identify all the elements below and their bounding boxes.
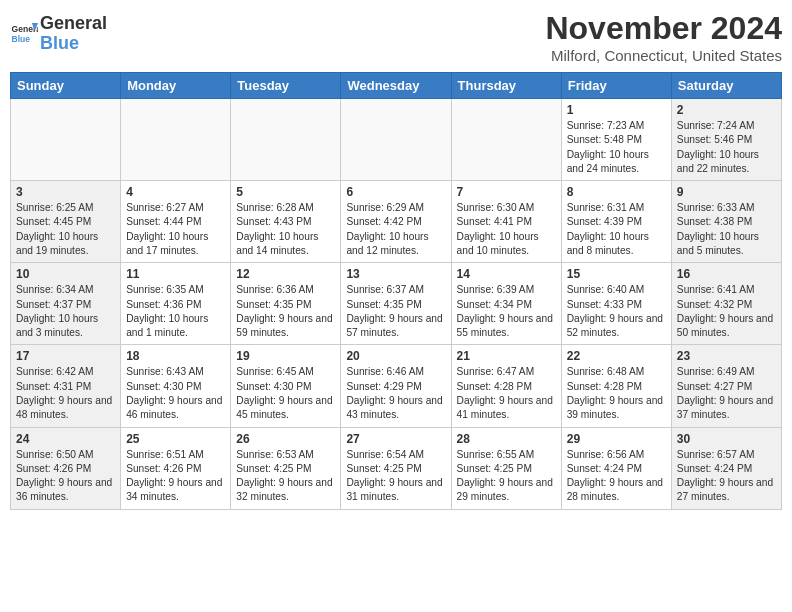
day-number: 22: [567, 349, 666, 363]
day-number: 1: [567, 103, 666, 117]
calendar-cell: 24Sunrise: 6:50 AM Sunset: 4:26 PM Dayli…: [11, 427, 121, 509]
svg-text:Blue: Blue: [12, 34, 31, 44]
logo: General Blue General Blue: [10, 14, 107, 54]
day-info: Sunrise: 6:27 AM Sunset: 4:44 PM Dayligh…: [126, 201, 225, 258]
day-info: Sunrise: 6:55 AM Sunset: 4:25 PM Dayligh…: [457, 448, 556, 505]
day-info: Sunrise: 6:25 AM Sunset: 4:45 PM Dayligh…: [16, 201, 115, 258]
day-number: 26: [236, 432, 335, 446]
day-number: 25: [126, 432, 225, 446]
month-title: November 2024: [545, 10, 782, 47]
day-info: Sunrise: 6:30 AM Sunset: 4:41 PM Dayligh…: [457, 201, 556, 258]
day-number: 28: [457, 432, 556, 446]
day-number: 9: [677, 185, 776, 199]
day-info: Sunrise: 6:57 AM Sunset: 4:24 PM Dayligh…: [677, 448, 776, 505]
calendar-cell: 21Sunrise: 6:47 AM Sunset: 4:28 PM Dayli…: [451, 345, 561, 427]
calendar-cell: 9Sunrise: 6:33 AM Sunset: 4:38 PM Daylig…: [671, 181, 781, 263]
calendar-week-4: 17Sunrise: 6:42 AM Sunset: 4:31 PM Dayli…: [11, 345, 782, 427]
day-info: Sunrise: 6:50 AM Sunset: 4:26 PM Dayligh…: [16, 448, 115, 505]
day-number: 2: [677, 103, 776, 117]
day-number: 16: [677, 267, 776, 281]
calendar-cell: 19Sunrise: 6:45 AM Sunset: 4:30 PM Dayli…: [231, 345, 341, 427]
calendar-cell: [341, 99, 451, 181]
calendar-week-3: 10Sunrise: 6:34 AM Sunset: 4:37 PM Dayli…: [11, 263, 782, 345]
calendar-cell: 29Sunrise: 6:56 AM Sunset: 4:24 PM Dayli…: [561, 427, 671, 509]
calendar-cell: 15Sunrise: 6:40 AM Sunset: 4:33 PM Dayli…: [561, 263, 671, 345]
day-info: Sunrise: 6:34 AM Sunset: 4:37 PM Dayligh…: [16, 283, 115, 340]
calendar-cell: 2Sunrise: 7:24 AM Sunset: 5:46 PM Daylig…: [671, 99, 781, 181]
day-number: 12: [236, 267, 335, 281]
day-number: 4: [126, 185, 225, 199]
day-info: Sunrise: 6:29 AM Sunset: 4:42 PM Dayligh…: [346, 201, 445, 258]
day-number: 17: [16, 349, 115, 363]
calendar-week-5: 24Sunrise: 6:50 AM Sunset: 4:26 PM Dayli…: [11, 427, 782, 509]
calendar-cell: 11Sunrise: 6:35 AM Sunset: 4:36 PM Dayli…: [121, 263, 231, 345]
day-number: 5: [236, 185, 335, 199]
day-info: Sunrise: 6:33 AM Sunset: 4:38 PM Dayligh…: [677, 201, 776, 258]
day-info: Sunrise: 6:41 AM Sunset: 4:32 PM Dayligh…: [677, 283, 776, 340]
calendar-cell: 4Sunrise: 6:27 AM Sunset: 4:44 PM Daylig…: [121, 181, 231, 263]
calendar-cell: 20Sunrise: 6:46 AM Sunset: 4:29 PM Dayli…: [341, 345, 451, 427]
day-info: Sunrise: 6:43 AM Sunset: 4:30 PM Dayligh…: [126, 365, 225, 422]
day-number: 7: [457, 185, 556, 199]
day-info: Sunrise: 7:23 AM Sunset: 5:48 PM Dayligh…: [567, 119, 666, 176]
day-info: Sunrise: 6:35 AM Sunset: 4:36 PM Dayligh…: [126, 283, 225, 340]
day-info: Sunrise: 6:51 AM Sunset: 4:26 PM Dayligh…: [126, 448, 225, 505]
calendar-cell: 14Sunrise: 6:39 AM Sunset: 4:34 PM Dayli…: [451, 263, 561, 345]
day-number: 21: [457, 349, 556, 363]
calendar-cell: 13Sunrise: 6:37 AM Sunset: 4:35 PM Dayli…: [341, 263, 451, 345]
day-number: 27: [346, 432, 445, 446]
day-number: 6: [346, 185, 445, 199]
day-info: Sunrise: 6:39 AM Sunset: 4:34 PM Dayligh…: [457, 283, 556, 340]
calendar-week-1: 1Sunrise: 7:23 AM Sunset: 5:48 PM Daylig…: [11, 99, 782, 181]
day-info: Sunrise: 6:54 AM Sunset: 4:25 PM Dayligh…: [346, 448, 445, 505]
day-number: 23: [677, 349, 776, 363]
day-info: Sunrise: 6:46 AM Sunset: 4:29 PM Dayligh…: [346, 365, 445, 422]
weekday-header-thursday: Thursday: [451, 73, 561, 99]
calendar-cell: 16Sunrise: 6:41 AM Sunset: 4:32 PM Dayli…: [671, 263, 781, 345]
day-number: 24: [16, 432, 115, 446]
calendar-cell: 17Sunrise: 6:42 AM Sunset: 4:31 PM Dayli…: [11, 345, 121, 427]
day-info: Sunrise: 6:48 AM Sunset: 4:28 PM Dayligh…: [567, 365, 666, 422]
calendar-cell: 30Sunrise: 6:57 AM Sunset: 4:24 PM Dayli…: [671, 427, 781, 509]
calendar-table: SundayMondayTuesdayWednesdayThursdayFrid…: [10, 72, 782, 510]
day-number: 13: [346, 267, 445, 281]
day-number: 20: [346, 349, 445, 363]
calendar-header-row: SundayMondayTuesdayWednesdayThursdayFrid…: [11, 73, 782, 99]
day-info: Sunrise: 6:37 AM Sunset: 4:35 PM Dayligh…: [346, 283, 445, 340]
calendar-cell: 10Sunrise: 6:34 AM Sunset: 4:37 PM Dayli…: [11, 263, 121, 345]
calendar-week-2: 3Sunrise: 6:25 AM Sunset: 4:45 PM Daylig…: [11, 181, 782, 263]
weekday-header-monday: Monday: [121, 73, 231, 99]
weekday-header-saturday: Saturday: [671, 73, 781, 99]
calendar-cell: 18Sunrise: 6:43 AM Sunset: 4:30 PM Dayli…: [121, 345, 231, 427]
day-number: 11: [126, 267, 225, 281]
calendar-cell: 27Sunrise: 6:54 AM Sunset: 4:25 PM Dayli…: [341, 427, 451, 509]
day-number: 14: [457, 267, 556, 281]
weekday-header-sunday: Sunday: [11, 73, 121, 99]
weekday-header-wednesday: Wednesday: [341, 73, 451, 99]
day-info: Sunrise: 6:42 AM Sunset: 4:31 PM Dayligh…: [16, 365, 115, 422]
calendar-cell: 3Sunrise: 6:25 AM Sunset: 4:45 PM Daylig…: [11, 181, 121, 263]
day-number: 30: [677, 432, 776, 446]
day-info: Sunrise: 6:56 AM Sunset: 4:24 PM Dayligh…: [567, 448, 666, 505]
calendar-cell: 6Sunrise: 6:29 AM Sunset: 4:42 PM Daylig…: [341, 181, 451, 263]
day-info: Sunrise: 6:28 AM Sunset: 4:43 PM Dayligh…: [236, 201, 335, 258]
calendar-cell: 26Sunrise: 6:53 AM Sunset: 4:25 PM Dayli…: [231, 427, 341, 509]
day-info: Sunrise: 6:31 AM Sunset: 4:39 PM Dayligh…: [567, 201, 666, 258]
day-info: Sunrise: 6:36 AM Sunset: 4:35 PM Dayligh…: [236, 283, 335, 340]
weekday-header-tuesday: Tuesday: [231, 73, 341, 99]
calendar-cell: [451, 99, 561, 181]
day-number: 8: [567, 185, 666, 199]
day-info: Sunrise: 7:24 AM Sunset: 5:46 PM Dayligh…: [677, 119, 776, 176]
day-info: Sunrise: 6:40 AM Sunset: 4:33 PM Dayligh…: [567, 283, 666, 340]
day-number: 3: [16, 185, 115, 199]
weekday-header-friday: Friday: [561, 73, 671, 99]
day-number: 15: [567, 267, 666, 281]
title-area: November 2024 Milford, Connecticut, Unit…: [545, 10, 782, 64]
calendar-cell: 25Sunrise: 6:51 AM Sunset: 4:26 PM Dayli…: [121, 427, 231, 509]
location: Milford, Connecticut, United States: [545, 47, 782, 64]
day-number: 18: [126, 349, 225, 363]
calendar-body: 1Sunrise: 7:23 AM Sunset: 5:48 PM Daylig…: [11, 99, 782, 510]
calendar-cell: 5Sunrise: 6:28 AM Sunset: 4:43 PM Daylig…: [231, 181, 341, 263]
calendar-cell: 23Sunrise: 6:49 AM Sunset: 4:27 PM Dayli…: [671, 345, 781, 427]
day-info: Sunrise: 6:49 AM Sunset: 4:27 PM Dayligh…: [677, 365, 776, 422]
